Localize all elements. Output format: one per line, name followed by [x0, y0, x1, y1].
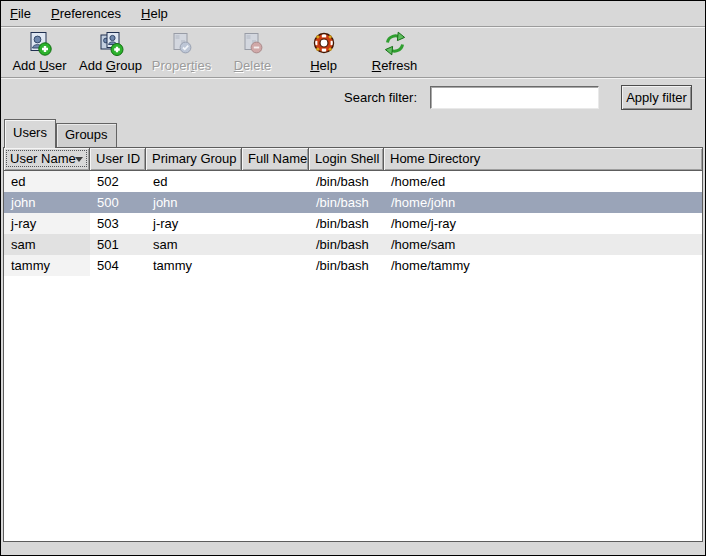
user-manager-window: File Preferences Help Add User	[0, 0, 706, 556]
cell-primary-group: j-ray	[146, 213, 242, 234]
cell-full-name	[242, 255, 309, 276]
add-user-label: Add User	[12, 58, 66, 74]
cell-login-shell: /bin/bash	[309, 192, 384, 213]
properties-label: Properties	[152, 58, 211, 74]
refresh-button[interactable]: Refresh	[359, 27, 430, 74]
cell-user-id: 500	[90, 192, 146, 213]
cell-full-name	[242, 213, 309, 234]
cell-user-id: 503	[90, 213, 146, 234]
cell-home-directory: /home/ed	[384, 171, 702, 192]
column-header-primary-group[interactable]: Primary Group	[146, 148, 242, 171]
help-label: Help	[310, 58, 337, 74]
refresh-label: Refresh	[372, 58, 418, 74]
cell-user-name: tammy	[4, 255, 90, 276]
properties-icon	[169, 30, 195, 58]
search-filter-input[interactable]	[430, 86, 599, 109]
add-group-icon	[98, 30, 124, 58]
cell-full-name	[242, 192, 309, 213]
column-header-user-id[interactable]: User ID	[90, 148, 146, 171]
delete-icon	[240, 30, 266, 58]
apply-filter-button[interactable]: Apply filter	[621, 85, 692, 110]
search-filter-label: Search filter:	[344, 90, 417, 105]
add-user-icon	[27, 30, 53, 58]
help-icon	[311, 30, 337, 58]
notebook-tabs: Users Groups	[4, 119, 117, 148]
cell-home-directory: /home/j-ray	[384, 213, 702, 234]
cell-login-shell: /bin/bash	[309, 171, 384, 192]
sort-down-icon	[75, 157, 83, 162]
table-row-sam[interactable]: sam 501 sam /bin/bash /home/sam	[4, 234, 702, 255]
cell-user-name: j-ray	[4, 213, 90, 234]
add-group-button[interactable]: Add Group	[75, 27, 146, 74]
tab-users[interactable]: Users	[4, 119, 56, 148]
menu-bar: File Preferences Help	[1, 1, 705, 27]
table-row-tammy[interactable]: tammy 504 tammy /bin/bash /home/tammy	[4, 255, 702, 276]
cell-full-name	[242, 234, 309, 255]
cell-primary-group: john	[146, 192, 242, 213]
cell-user-name: john	[4, 192, 90, 213]
cell-primary-group: sam	[146, 234, 242, 255]
cell-primary-group: tammy	[146, 255, 242, 276]
table-header: User Name User ID Primary Group Full Nam…	[4, 148, 702, 171]
menu-file[interactable]: File	[3, 1, 38, 26]
table-body: ed 502 ed /bin/bash /home/ed john 500 jo…	[4, 171, 702, 276]
table-row-john[interactable]: john 500 john /bin/bash /home/john	[4, 192, 702, 213]
add-group-label: Add Group	[79, 58, 142, 74]
cell-home-directory: /home/sam	[384, 234, 702, 255]
cell-login-shell: /bin/bash	[309, 255, 384, 276]
menu-preferences[interactable]: Preferences	[44, 1, 128, 26]
help-button[interactable]: Help	[288, 27, 359, 74]
refresh-icon	[382, 30, 408, 58]
cell-home-directory: /home/john	[384, 192, 702, 213]
add-user-button[interactable]: Add User	[4, 27, 75, 74]
toolbar: Add User Add Group	[1, 27, 705, 78]
cell-user-name: ed	[4, 171, 90, 192]
column-header-home-directory[interactable]: Home Directory	[384, 148, 702, 171]
table-row-j-ray[interactable]: j-ray 503 j-ray /bin/bash /home/j-ray	[4, 213, 702, 234]
delete-button: Delete	[217, 27, 288, 74]
properties-button: Properties	[146, 27, 217, 74]
cell-user-id: 501	[90, 234, 146, 255]
column-header-full-name[interactable]: Full Name	[242, 148, 309, 171]
cell-login-shell: /bin/bash	[309, 213, 384, 234]
cell-user-id: 502	[90, 171, 146, 192]
cell-full-name	[242, 171, 309, 192]
cell-login-shell: /bin/bash	[309, 234, 384, 255]
column-header-login-shell[interactable]: Login Shell	[309, 148, 384, 171]
table-row-ed[interactable]: ed 502 ed /bin/bash /home/ed	[4, 171, 702, 192]
delete-label: Delete	[234, 58, 272, 74]
tab-groups[interactable]: Groups	[56, 123, 117, 147]
cell-user-name: sam	[4, 234, 90, 255]
column-header-user-name[interactable]: User Name	[4, 148, 90, 171]
cell-primary-group: ed	[146, 171, 242, 192]
menu-help[interactable]: Help	[134, 1, 175, 26]
users-table: User Name User ID Primary Group Full Nam…	[3, 147, 703, 542]
cell-home-directory: /home/tammy	[384, 255, 702, 276]
search-filter-row: Search filter: Apply filter	[1, 78, 705, 116]
cell-user-id: 504	[90, 255, 146, 276]
